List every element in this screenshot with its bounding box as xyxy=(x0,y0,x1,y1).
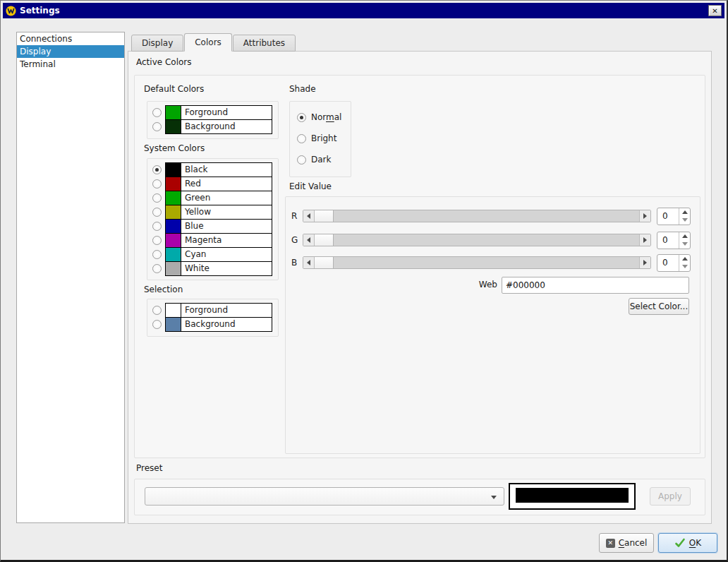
shade-option-label: Dark xyxy=(311,155,331,165)
preset-combobox[interactable] xyxy=(145,487,504,506)
slider-thumb[interactable] xyxy=(315,210,334,222)
selection-title: Selection xyxy=(144,285,183,294)
default-background-row[interactable]: Background xyxy=(165,119,272,134)
system-green-radio[interactable] xyxy=(152,193,162,203)
preset-color-preview xyxy=(509,483,636,510)
default-background-radio[interactable] xyxy=(152,122,162,131)
color-swatch xyxy=(166,163,181,177)
color-row: Forground xyxy=(152,303,278,318)
red-channel-label: R xyxy=(291,211,303,221)
web-label: Web xyxy=(461,280,497,289)
titlebar: Settings ✕ xyxy=(3,3,724,18)
spin-down-icon[interactable] xyxy=(679,216,690,225)
shade-normal-radio[interactable] xyxy=(297,113,306,122)
chevron-down-icon xyxy=(491,496,497,499)
system-white-radio[interactable] xyxy=(152,264,162,273)
shade-box: Normal Bright Dark xyxy=(289,101,351,177)
system-yellow-radio[interactable] xyxy=(152,208,162,217)
slider-thumb[interactable] xyxy=(315,234,334,246)
red-spinbox[interactable]: 0 xyxy=(657,208,691,225)
blue-slider[interactable] xyxy=(303,256,651,269)
system-colors-title: System Colors xyxy=(144,143,205,153)
red-spinbox-value[interactable]: 0 xyxy=(657,208,679,225)
slider-thumb[interactable] xyxy=(315,257,334,268)
green-spinbox-value[interactable]: 0 xyxy=(657,232,679,249)
color-row-label: Cyan xyxy=(181,248,272,261)
red-channel-row: R 0 xyxy=(291,207,699,225)
cancel-x-icon: ✕ xyxy=(606,539,615,548)
green-slider[interactable] xyxy=(303,234,651,246)
default-forground-radio[interactable] xyxy=(152,108,162,117)
slider-right-arrow-icon[interactable] xyxy=(639,234,650,246)
system-blue-row[interactable]: Blue xyxy=(165,219,272,234)
shade-option: Dark xyxy=(297,153,351,167)
spin-down-icon[interactable] xyxy=(679,263,690,271)
color-row: Forground xyxy=(152,105,278,120)
selection-forground-row[interactable]: Forground xyxy=(165,303,272,318)
color-swatch xyxy=(166,262,181,275)
selection-forground-radio[interactable] xyxy=(152,306,162,315)
tab-colors[interactable]: Colors xyxy=(184,33,232,52)
system-green-row[interactable]: Green xyxy=(165,191,272,205)
app-logo-icon xyxy=(6,6,16,16)
system-cyan-row[interactable]: Cyan xyxy=(165,247,272,262)
color-swatch xyxy=(166,205,181,219)
tab-attributes[interactable]: Attributes xyxy=(233,35,296,52)
blue-spinbox-value[interactable]: 0 xyxy=(657,255,679,271)
slider-left-arrow-icon[interactable] xyxy=(303,257,315,268)
color-row: White xyxy=(152,261,278,276)
system-blue-radio[interactable] xyxy=(152,222,162,231)
default-forground-row[interactable]: Forground xyxy=(165,105,272,120)
slider-left-arrow-icon[interactable] xyxy=(303,210,315,222)
spin-up-icon[interactable] xyxy=(679,232,690,241)
color-row: Magenta xyxy=(152,233,278,248)
slider-groove[interactable] xyxy=(334,257,639,268)
ok-button[interactable]: OK xyxy=(658,533,717,553)
cancel-button[interactable]: ✕ Cancel xyxy=(599,533,654,553)
blue-channel-row: B 0 xyxy=(291,253,699,272)
red-slider[interactable] xyxy=(303,210,651,222)
slider-groove[interactable] xyxy=(334,234,639,246)
slider-groove[interactable] xyxy=(334,210,639,222)
active-colors-title: Active Colors xyxy=(136,57,192,67)
spinbox-buttons xyxy=(679,255,690,271)
system-yellow-row[interactable]: Yellow xyxy=(165,205,272,220)
color-row-label: Forground xyxy=(181,304,272,317)
system-magenta-radio[interactable] xyxy=(152,236,162,245)
green-spinbox[interactable]: 0 xyxy=(657,232,691,249)
shade-bright-radio[interactable] xyxy=(297,134,306,143)
spin-up-icon[interactable] xyxy=(679,208,690,217)
close-icon[interactable]: ✕ xyxy=(708,5,722,16)
spin-up-icon[interactable] xyxy=(679,255,690,263)
system-black-radio[interactable] xyxy=(152,165,162,174)
color-row: Cyan xyxy=(152,247,278,262)
system-magenta-row[interactable]: Magenta xyxy=(165,233,272,248)
system-red-row[interactable]: Red xyxy=(165,177,272,191)
active-colors-group: Default Colors Forground Bac xyxy=(134,75,705,458)
system-cyan-radio[interactable] xyxy=(152,250,162,259)
sidebar-item-terminal[interactable]: Terminal xyxy=(17,58,124,71)
spin-down-icon[interactable] xyxy=(679,240,690,249)
color-swatch xyxy=(166,318,181,331)
color-swatch xyxy=(166,234,181,247)
blue-spinbox[interactable]: 0 xyxy=(657,254,691,272)
apply-button[interactable]: Apply xyxy=(650,487,691,506)
slider-left-arrow-icon[interactable] xyxy=(303,234,315,246)
sidebar-item-display[interactable]: Display xyxy=(17,45,124,58)
selection-background-row[interactable]: Background xyxy=(165,317,272,332)
slider-right-arrow-icon[interactable] xyxy=(639,210,650,222)
slider-right-arrow-icon[interactable] xyxy=(639,257,650,268)
tab-display[interactable]: Display xyxy=(131,35,183,52)
select-color-button[interactable]: Select Color... xyxy=(629,298,689,315)
shade-dark-radio[interactable] xyxy=(297,155,306,165)
system-black-row[interactable]: Black xyxy=(165,162,272,177)
spinbox-buttons xyxy=(679,232,690,249)
system-white-row[interactable]: White xyxy=(165,261,272,276)
color-row-label: Yellow xyxy=(181,205,272,219)
colors-tab-page: Active Colors Default Colors Forground xyxy=(128,51,712,524)
color-row-label: Green xyxy=(181,191,272,205)
sidebar-item-connections[interactable]: Connections xyxy=(17,32,124,45)
selection-background-radio[interactable] xyxy=(152,320,162,329)
system-red-radio[interactable] xyxy=(152,179,162,189)
web-color-input[interactable] xyxy=(502,277,689,294)
